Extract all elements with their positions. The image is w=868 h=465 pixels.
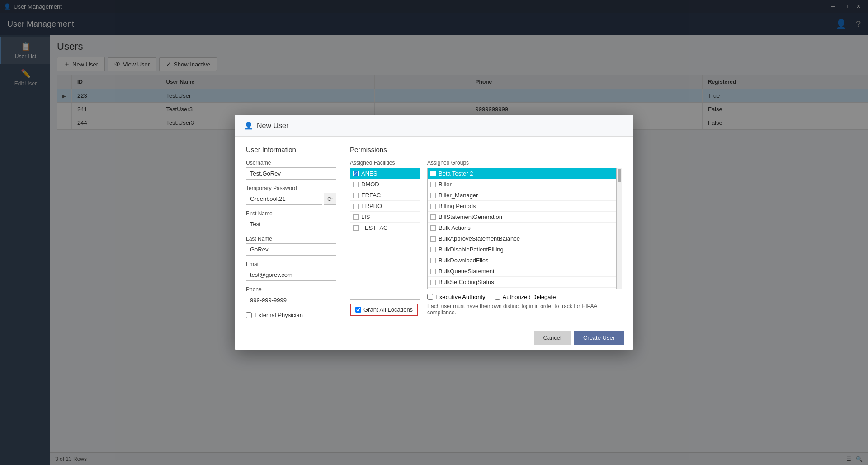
executive-authority-label: Executive Authority [435, 294, 486, 300]
list-item[interactable]: BillStatementGeneration [428, 212, 616, 223]
external-physician-checkbox[interactable] [246, 312, 252, 318]
facility-name: DMOD [361, 181, 379, 188]
phone-input[interactable] [246, 294, 336, 306]
facility-checkbox[interactable] [353, 182, 359, 187]
group-checkbox[interactable] [430, 236, 436, 242]
user-info-panel: User Information Username Temporary Pass… [246, 146, 336, 316]
email-group: Email [246, 261, 336, 281]
lastname-label: Last Name [246, 236, 336, 242]
username-label: Username [246, 160, 336, 166]
facilities-label: Assigned Facilities [350, 160, 420, 166]
grant-all-locations-button[interactable]: Grant All Locations [350, 304, 418, 316]
firstname-label: First Name [246, 210, 336, 217]
group-checkbox[interactable] [430, 214, 436, 220]
group-checkbox[interactable] [430, 258, 436, 263]
facility-checkbox[interactable] [353, 214, 359, 220]
email-label: Email [246, 261, 336, 267]
authorized-delegate-group: Authorized Delegate [495, 294, 556, 300]
modal-title: New User [257, 122, 288, 130]
group-name: Biller_Manager [439, 192, 478, 199]
group-name: BulkSetCodingStatus [439, 279, 494, 285]
executive-authority-group: Executive Authority [427, 294, 486, 300]
list-item[interactable]: ERFAC [350, 190, 420, 201]
list-item[interactable]: ANES [350, 168, 420, 179]
group-name: Billing Periods [439, 203, 476, 209]
group-checkbox[interactable] [430, 182, 436, 187]
groups-list-wrapper: Beta Tester 2 Biller Biller_Manager [427, 168, 622, 289]
groups-column: Assigned Groups Beta Tester 2 Biller [427, 160, 622, 316]
facility-name: ANES [361, 170, 377, 177]
executive-authority-checkbox[interactable] [427, 294, 433, 300]
authorized-delegate-checkbox[interactable] [495, 294, 500, 300]
modal-body: User Information Username Temporary Pass… [235, 137, 633, 325]
list-item[interactable]: BulkDisablePatientBilling [428, 244, 616, 255]
lastname-group: Last Name [246, 236, 336, 256]
list-item[interactable]: BulkDownloadFiles [428, 255, 616, 266]
firstname-input[interactable] [246, 218, 336, 230]
list-item[interactable]: Beta Tester 2 [428, 168, 616, 179]
list-item[interactable]: BulkSetCodingStatus [428, 277, 616, 288]
external-physician-label: External Physician [255, 312, 303, 318]
facility-name: LIS [361, 214, 370, 220]
email-input[interactable] [246, 269, 336, 281]
group-checkbox[interactable] [430, 193, 436, 198]
groups-list: Beta Tester 2 Biller Biller_Manager [427, 168, 617, 289]
create-user-button[interactable]: Create User [574, 331, 624, 345]
list-item[interactable]: Biller [428, 179, 616, 190]
list-item[interactable]: Biller_Manager [428, 190, 616, 201]
list-item[interactable]: LIS [350, 212, 420, 223]
group-name: Bulk Actions [439, 224, 471, 231]
external-physician-group: External Physician [246, 312, 336, 318]
permissions-panel: Permissions Assigned Facilities ANES [350, 146, 622, 316]
facility-name: ERFAC [361, 192, 381, 199]
groups-scrollbar[interactable] [617, 168, 622, 289]
password-input-group: ⟳ [246, 193, 336, 205]
facilities-list: ANES DMOD ERFAC [350, 168, 420, 300]
permissions-title: Permissions [350, 146, 622, 153]
phone-group: Phone [246, 286, 336, 306]
group-name: BulkApproveStatementBalance [439, 235, 520, 242]
group-checkbox[interactable] [430, 247, 436, 252]
group-checkbox[interactable] [430, 280, 436, 285]
group-name: BulkDisablePatientBilling [439, 246, 504, 253]
list-item[interactable]: Billing Periods [428, 201, 616, 212]
username-input[interactable] [246, 167, 336, 180]
password-group: Temporary Password ⟳ [246, 185, 336, 205]
group-checkbox[interactable] [430, 204, 436, 209]
group-name: BillStatementGeneration [439, 214, 502, 220]
permissions-footer: Executive Authority Authorized Delegate … [427, 294, 622, 316]
facility-checkbox[interactable] [353, 204, 359, 209]
user-info-title: User Information [246, 146, 336, 153]
groups-label: Assigned Groups [427, 160, 622, 166]
group-checkbox[interactable] [430, 269, 436, 274]
list-item[interactable]: BulkQueueStatement [428, 266, 616, 277]
facility-checkbox[interactable] [353, 193, 359, 198]
lastname-input[interactable] [246, 243, 336, 256]
modal-header-icon: 👤 [244, 121, 253, 130]
list-item[interactable]: ERPRO [350, 201, 420, 212]
list-item[interactable]: BulkSetFollowupStatus [428, 288, 616, 289]
authorized-delegate-label: Authorized Delegate [503, 294, 556, 300]
group-name: BulkDownloadFiles [439, 257, 489, 264]
facility-checkbox[interactable] [353, 171, 359, 176]
perms-checkboxes: Executive Authority Authorized Delegate [427, 294, 622, 300]
group-checkbox[interactable] [430, 225, 436, 231]
password-input[interactable] [246, 193, 322, 205]
grant-all-section: Grant All Locations [350, 304, 420, 316]
grant-all-checkbox[interactable] [355, 307, 361, 313]
list-item[interactable]: DMOD [350, 179, 420, 190]
list-item[interactable]: Bulk Actions [428, 223, 616, 233]
list-item[interactable]: TESTFAC [350, 223, 420, 233]
new-user-modal: 👤 New User User Information Username Tem… [235, 115, 633, 350]
refresh-password-button[interactable]: ⟳ [324, 193, 336, 205]
facility-name: ERPRO [361, 203, 382, 209]
cancel-button[interactable]: Cancel [534, 331, 570, 345]
facility-checkbox[interactable] [353, 225, 359, 231]
firstname-group: First Name [246, 210, 336, 230]
list-item[interactable]: BulkApproveStatementBalance [428, 233, 616, 244]
permissions-columns: Assigned Facilities ANES DMOD [350, 160, 622, 316]
group-name: BulkQueueStatement [439, 268, 495, 275]
facility-name: TESTFAC [361, 224, 388, 231]
group-checkbox[interactable] [430, 171, 436, 176]
hipaa-notice: Each user must have their own distinct l… [427, 303, 622, 316]
